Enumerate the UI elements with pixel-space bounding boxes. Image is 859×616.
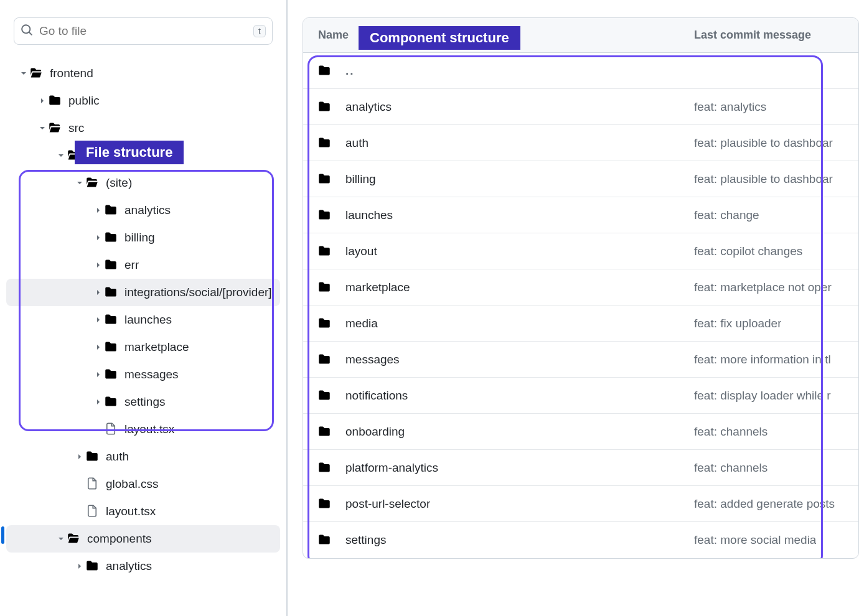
folder-icon [318, 389, 332, 403]
tree-row-folder[interactable]: analytics [6, 553, 280, 580]
listing-row-parent-dir[interactable]: .. [303, 53, 858, 89]
file-search-box[interactable]: t [14, 17, 273, 45]
folder-icon [86, 450, 100, 464]
listing-commit-message[interactable]: feat: more information in tl [694, 353, 831, 366]
tree-row-file[interactable]: global.css [6, 470, 280, 498]
chevron-right-icon[interactable] [73, 561, 86, 571]
chevron-right-icon[interactable] [92, 397, 105, 407]
listing-commit-message[interactable]: feat: change [694, 208, 759, 222]
column-header-name[interactable]: Name [318, 29, 694, 42]
listing-row-folder[interactable]: marketplacefeat: marketplace not oper [303, 269, 858, 306]
listing-row-folder[interactable]: launchesfeat: change [303, 197, 858, 233]
listing-commit-message[interactable]: feat: channels [694, 425, 767, 439]
tree-item-label: err [124, 258, 139, 272]
tree-row-folder[interactable]: frontend [6, 60, 280, 87]
folder-icon [318, 172, 332, 186]
listing-row-folder[interactable]: billingfeat: plausible to dashboar [303, 161, 858, 197]
listing-item-name[interactable]: billing [345, 172, 694, 186]
listing-item-name[interactable]: analytics [345, 100, 694, 114]
listing-commit-message[interactable]: feat: copilot changes [694, 245, 802, 258]
tree-item-label: analytics [106, 559, 152, 573]
chevron-right-icon[interactable] [92, 342, 105, 352]
listing-item-name[interactable]: platform-analytics [345, 461, 694, 475]
tree-item-label: launches [124, 313, 172, 327]
folder-icon [105, 340, 118, 354]
tree-item-label: layout.tsx [106, 505, 156, 518]
chevron-right-icon[interactable] [92, 233, 105, 243]
tree-row-folder[interactable]: integrations/social/[provider] [6, 279, 280, 306]
listing-item-name[interactable]: auth [345, 136, 694, 150]
folder-open-icon [49, 121, 62, 135]
listing-item-name[interactable]: messages [345, 353, 694, 366]
listing-row-folder[interactable]: layoutfeat: copilot changes [303, 233, 858, 269]
listing-commit-message[interactable]: feat: display loader while r [694, 389, 831, 403]
listing-row-folder[interactable]: mediafeat: fix uploader [303, 306, 858, 342]
chevron-down-icon[interactable] [36, 123, 49, 133]
listing-commit-message[interactable]: feat: channels [694, 461, 767, 475]
tree-item-label: components [87, 532, 152, 546]
listing-item-name[interactable]: layout [345, 245, 694, 258]
folder-icon [318, 461, 332, 475]
directory-listing-panel: Name Last commit message ..analyticsfeat… [288, 0, 859, 616]
listing-commit-message[interactable]: feat: more social media [694, 533, 816, 547]
tree-row-folder[interactable]: launches [6, 306, 280, 334]
tree-row-folder[interactable]: billing [6, 224, 280, 251]
chevron-right-icon[interactable] [73, 452, 86, 462]
file-search-input[interactable] [39, 24, 247, 38]
tree-row-file[interactable]: layout.tsx [6, 498, 280, 525]
listing-item-name[interactable]: settings [345, 533, 694, 547]
tree-row-folder[interactable]: app [6, 142, 280, 169]
tree-item-label: (site) [106, 176, 132, 190]
chevron-right-icon[interactable] [92, 370, 105, 380]
listing-commit-message[interactable]: feat: plausible to dashboar [694, 136, 833, 150]
listing-item-name[interactable]: post-url-selector [345, 497, 694, 511]
listing-row-folder[interactable]: analyticsfeat: analytics [303, 89, 858, 125]
listing-item-name[interactable]: media [345, 317, 694, 330]
folder-icon [318, 425, 332, 439]
chevron-down-icon[interactable] [17, 68, 30, 78]
chevron-right-icon[interactable] [92, 287, 105, 297]
tree-row-folder[interactable]: messages [6, 361, 280, 388]
listing-item-name[interactable]: onboarding [345, 425, 694, 439]
tree-row-file[interactable]: layout.tsx [6, 416, 280, 443]
column-header-commit[interactable]: Last commit message [694, 29, 811, 42]
tree-row-folder[interactable]: err [6, 251, 280, 279]
tree-row-folder[interactable]: analytics [6, 197, 280, 224]
listing-commit-message[interactable]: feat: analytics [694, 100, 766, 114]
parent-dir-link[interactable]: .. [345, 64, 694, 78]
chevron-down-icon[interactable] [55, 534, 67, 544]
listing-commit-message[interactable]: feat: added generate posts [694, 497, 835, 511]
listing-row-folder[interactable]: messagesfeat: more information in tl [303, 342, 858, 378]
folder-icon [318, 497, 332, 511]
chevron-right-icon[interactable] [92, 260, 105, 270]
listing-row-folder[interactable]: authfeat: plausible to dashboar [303, 125, 858, 161]
tree-row-folder[interactable]: src [6, 114, 280, 142]
listing-item-name[interactable]: notifications [345, 389, 694, 403]
folder-icon [318, 100, 332, 114]
listing-row-folder[interactable]: onboardingfeat: channels [303, 414, 858, 450]
listing-item-name[interactable]: launches [345, 208, 694, 222]
listing-commit-message[interactable]: feat: fix uploader [694, 317, 781, 330]
tree-row-folder[interactable]: components [6, 525, 280, 553]
listing-row-folder[interactable]: settingsfeat: more social media [303, 522, 858, 558]
tree-item-label: public [68, 94, 100, 108]
tree-row-folder[interactable]: settings [6, 388, 280, 416]
tree-row-folder[interactable]: marketplace [6, 334, 280, 361]
chevron-down-icon[interactable] [55, 151, 67, 161]
folder-icon [105, 313, 118, 327]
chevron-right-icon[interactable] [92, 205, 105, 215]
folder-icon [105, 203, 118, 217]
listing-commit-message[interactable]: feat: marketplace not oper [694, 281, 832, 294]
folder-open-icon [30, 67, 44, 80]
listing-commit-message[interactable]: feat: plausible to dashboar [694, 172, 833, 186]
chevron-right-icon[interactable] [36, 96, 49, 106]
chevron-right-icon[interactable] [92, 315, 105, 325]
listing-item-name[interactable]: marketplace [345, 281, 694, 294]
tree-row-folder[interactable]: public [6, 87, 280, 114]
listing-row-folder[interactable]: notificationsfeat: display loader while … [303, 378, 858, 414]
listing-row-folder[interactable]: post-url-selectorfeat: added generate po… [303, 486, 858, 522]
chevron-down-icon[interactable] [73, 178, 86, 188]
listing-row-folder[interactable]: platform-analyticsfeat: channels [303, 450, 858, 486]
tree-row-folder[interactable]: auth [6, 443, 280, 470]
tree-row-folder[interactable]: (site) [6, 169, 280, 197]
